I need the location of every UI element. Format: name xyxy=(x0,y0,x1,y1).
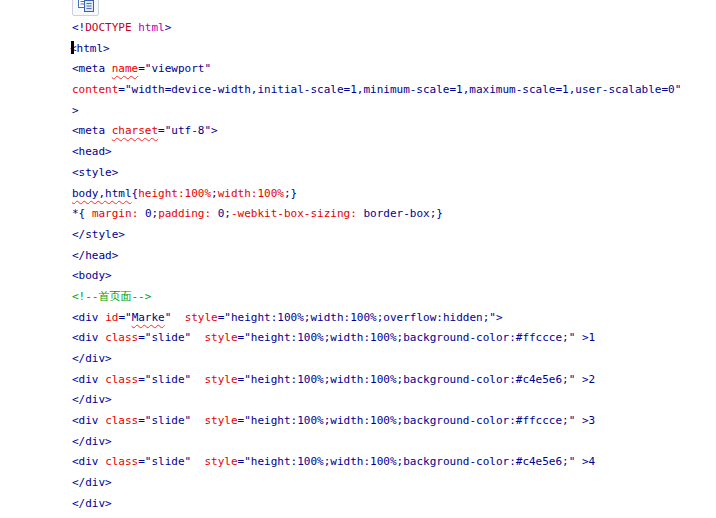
code-line[interactable]: <div class="slide" style="height:100%;wi… xyxy=(72,452,681,473)
code-token: ="slide" xyxy=(138,331,204,344)
code-token: </div> xyxy=(72,476,112,489)
code-token: ;} xyxy=(430,207,443,220)
code-token: width xyxy=(218,187,251,200)
code-token: Marke xyxy=(132,311,165,324)
code-line[interactable]: <!--首页面--> xyxy=(72,287,681,308)
code-line[interactable]: <div class="slide" style="height:100%;wi… xyxy=(72,370,681,391)
code-line[interactable]: </div> xyxy=(72,390,681,411)
code-line[interactable]: <html> xyxy=(72,39,681,60)
code-token: 100% xyxy=(185,187,212,200)
code-line[interactable]: <style> xyxy=(72,163,681,184)
code-line[interactable]: > xyxy=(72,101,681,122)
code-line[interactable]: </div> xyxy=(72,349,681,370)
code-token: <body> xyxy=(72,269,112,282)
code-token: html xyxy=(138,21,165,34)
code-line[interactable]: <head> xyxy=(72,142,681,163)
code-token: DOCTYPE xyxy=(85,21,131,34)
code-token: id xyxy=(105,311,118,324)
code-line[interactable]: body,html{height:100%;width:100%;} xyxy=(72,184,681,205)
code-token: -webkit-box-sizing xyxy=(231,207,350,220)
code-token: style xyxy=(204,331,237,344)
code-line[interactable]: *{ margin: 0;padding: 0;-webkit-box-sizi… xyxy=(72,204,681,225)
code-token: <style> xyxy=(72,166,118,179)
code-token: <meta xyxy=(72,124,112,137)
code-token: : xyxy=(132,207,145,220)
code-line[interactable]: </div> xyxy=(72,432,681,453)
code-line[interactable]: content="width=device-width,initial-scal… xyxy=(72,80,681,101)
code-token: style xyxy=(204,455,237,468)
code-token: style xyxy=(185,311,218,324)
code-token: <div xyxy=(72,373,105,386)
code-token: <meta xyxy=(72,62,112,75)
code-token: height xyxy=(138,187,178,200)
code-token: style xyxy=(204,373,237,386)
code-token: ="height:100%;width:100%;background-colo… xyxy=(238,455,596,468)
code-line[interactable]: </div> xyxy=(72,473,681,494)
code-token: padding xyxy=(158,207,204,220)
code-token: content xyxy=(72,83,118,96)
code-line[interactable]: <meta name="viewport" xyxy=(72,59,681,80)
code-token: style xyxy=(204,414,237,427)
code-token: ="slide" xyxy=(138,455,204,468)
code-token: class xyxy=(105,331,138,344)
code-line[interactable]: </div> xyxy=(72,494,681,515)
copy-icon xyxy=(77,0,95,13)
code-token: ="height:100%;width:100%;background-colo… xyxy=(238,414,596,427)
code-token: <div xyxy=(72,414,105,427)
code-token: <div xyxy=(72,455,105,468)
code-line[interactable]: <div class="slide" style="height:100%;wi… xyxy=(72,328,681,349)
code-line[interactable]: </style> xyxy=(72,225,681,246)
code-token: 0 xyxy=(145,207,152,220)
text-cursor xyxy=(71,41,74,54)
code-token: : xyxy=(350,207,363,220)
code-token: ; xyxy=(211,187,218,200)
code-token: class xyxy=(105,455,138,468)
code-token: ; xyxy=(224,207,231,220)
code-token: name xyxy=(112,62,139,75)
code-token: ="slide" xyxy=(138,373,204,386)
code-line[interactable]: <!DOCTYPE html> xyxy=(72,18,681,39)
code-line[interactable]: <div class="slide" style="height:100%;wi… xyxy=(72,411,681,432)
code-token: </div> xyxy=(72,352,112,365)
document-page: { "toolbar": { "paste_options_icon": "co… xyxy=(0,0,716,518)
code-token: <!--首页面--> xyxy=(72,290,151,303)
code-token: : xyxy=(204,207,217,220)
code-token: <! xyxy=(72,21,85,34)
code-editor[interactable]: <!DOCTYPE html><html><meta name="viewpor… xyxy=(72,18,681,515)
code-line[interactable]: <div id="Marke" style="height:100%;width… xyxy=(72,308,681,329)
code-token: > xyxy=(72,104,79,117)
code-token: ="slide" xyxy=(138,414,204,427)
code-token: border-box xyxy=(363,207,429,220)
code-token: *{ xyxy=(72,207,92,220)
code-line[interactable]: <meta charset="utf-8"> xyxy=(72,121,681,142)
code-token: </div> xyxy=(72,435,112,448)
code-token: </div> xyxy=(72,497,112,510)
code-line[interactable]: <body> xyxy=(72,266,681,287)
code-token: </div> xyxy=(72,393,112,406)
code-token: ="width=device-width,initial-scale=1,min… xyxy=(118,83,681,96)
code-token: class xyxy=(105,373,138,386)
code-token: ; xyxy=(284,187,291,200)
code-token: 100% xyxy=(257,187,284,200)
code-token: ="utf-8"> xyxy=(158,124,218,137)
code-token: ="height:100%;width:100%;overflow:hidden… xyxy=(218,311,503,324)
code-token: : xyxy=(178,187,185,200)
code-token: > xyxy=(165,21,172,34)
code-token: " xyxy=(165,311,185,324)
code-token: ="viewport" xyxy=(138,62,211,75)
code-token: <head> xyxy=(72,145,112,158)
code-token: } xyxy=(291,187,298,200)
code-token: ="height:100%;width:100%;background-colo… xyxy=(238,373,596,386)
code-token: class xyxy=(105,414,138,427)
code-token: ="height:100%;width:100%;background-colo… xyxy=(238,331,596,344)
code-token: <div xyxy=(72,331,105,344)
paste-options-button[interactable] xyxy=(72,0,99,16)
code-token: <html> xyxy=(70,42,110,55)
code-token: =" xyxy=(118,311,131,324)
code-line[interactable]: </head> xyxy=(72,246,681,267)
code-token: </head> xyxy=(72,249,118,262)
code-token: </style> xyxy=(72,228,125,241)
code-token: charset xyxy=(112,124,158,137)
code-token: margin xyxy=(92,207,132,220)
code-token: body,html xyxy=(72,187,132,200)
